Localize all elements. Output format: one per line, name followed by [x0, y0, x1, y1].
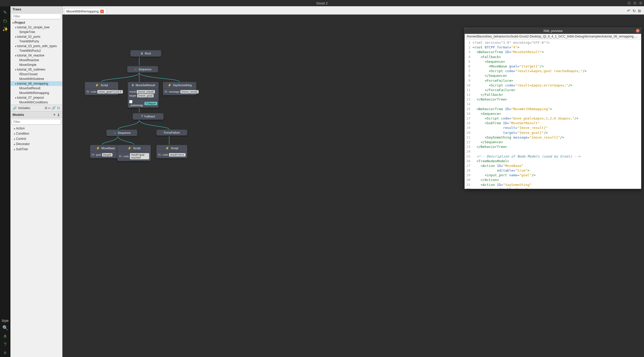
node-script-3[interactable]: ⚡Script IN: code result='error': [156, 145, 187, 158]
bolt-icon: ⚡: [168, 83, 172, 87]
xml-close-icon[interactable]: ×: [636, 29, 640, 33]
tree-leaf[interactable]: MoveSetResult: [10, 86, 62, 91]
folder-icon[interactable]: 🗀: [57, 106, 60, 110]
node-saysomething[interactable]: ⚡SaySomething IN: message {move_result}: [163, 82, 197, 95]
help-icon[interactable]: ?: [1, 341, 9, 348]
tree-folder[interactable]: tutorial_07_prepost: [10, 95, 62, 100]
includes-row: 🔗 Includes: ⧉ ∞ 🔗 🗀: [10, 105, 62, 111]
tree-leaf[interactable]: TreeWithPorts: [10, 39, 62, 44]
models-panel: Models + ⤓ ActionConditionControlDecorat…: [10, 111, 62, 357]
model-category[interactable]: Action: [10, 126, 62, 131]
node-movebase[interactable]: ⚡MoveBase IN: goal {target}: [90, 145, 121, 158]
xml-preview-titlebar[interactable]: XML preview ×: [465, 28, 641, 34]
link2-icon[interactable]: ∞: [48, 106, 50, 110]
node-script-1[interactable]: ⚡Script IN: code move_goal='1;2;0.5': [85, 82, 118, 95]
tree-leaf[interactable]: MoveWithSubtree: [10, 77, 62, 81]
link-icon: 🔗: [12, 106, 17, 110]
tree-glyph-icon: ⋔: [141, 52, 143, 55]
app-title: Groot 2: [316, 1, 327, 5]
project-tree[interactable]: Project tutorial_01_simple_treeSimpleTre…: [10, 20, 62, 105]
tool-rail: ✎ 🗀 ✨ Style 🔍 ⋔ ? ≡: [0, 6, 10, 357]
node-sequence-2[interactable]: →Sequence: [106, 129, 137, 136]
tab-active[interactable]: MoveWithRemapping ×: [64, 8, 106, 14]
model-category[interactable]: SubTree: [10, 147, 62, 152]
tree-leaf[interactable]: MoveWithConditions: [10, 100, 62, 105]
bolt-icon: ⚡: [95, 83, 99, 87]
main-area: MoveWithRemapping × ↶ ↻ ⧉: [62, 6, 644, 357]
collapse-button[interactable]: Collapse: [144, 102, 157, 105]
bolt-icon: ⚡: [96, 146, 100, 150]
question-icon: ?: [141, 115, 143, 118]
trees-filter-input[interactable]: [11, 14, 61, 19]
tab-label: MoveWithRemapping: [66, 9, 99, 13]
xml-file-path: /home/dfaconti/ws_behavior/src/build-Gro…: [465, 34, 641, 39]
left-panel: Trees Project tutorial_01_simple_treeSim…: [10, 6, 62, 357]
add-icon[interactable]: +: [53, 112, 55, 117]
tree-folder[interactable]: tutorial_04_reactive: [10, 53, 62, 58]
tree-leaf[interactable]: MoveWithRemapping: [10, 91, 62, 95]
style-label[interactable]: Style: [2, 319, 9, 323]
tree-folder[interactable]: tutorial_01_simple_tree: [10, 25, 62, 30]
graph-canvas[interactable]: ⋔Root →Sequence ⚡Script IN: code move_go…: [62, 15, 644, 357]
tree-leaf[interactable]: SimpleTree: [10, 30, 62, 34]
models-filter-input[interactable]: [11, 119, 61, 125]
models-header: Models + ⤓: [10, 111, 62, 118]
maximize-icon[interactable]: □: [633, 1, 637, 5]
tree-root[interactable]: Project: [10, 20, 62, 25]
tree-leaf[interactable]: IfDoorClosed: [10, 72, 62, 77]
node-fallback[interactable]: ?Fallback: [132, 113, 164, 120]
node-root[interactable]: ⋔Root: [130, 50, 161, 57]
tree-leaf[interactable]: TreeWithPorts2: [10, 48, 62, 53]
xml-code-view[interactable]: 1<?xml version="1.0" encoding="UTF-8"?>2…: [465, 39, 641, 189]
tree-folder[interactable]: tutorial_02_ports: [10, 34, 62, 39]
model-category[interactable]: Condition: [10, 131, 62, 136]
tree-folder[interactable]: tutorial_03_ports_with_types: [10, 44, 62, 48]
link3-icon[interactable]: 🔗: [52, 106, 56, 110]
minimize-icon[interactable]: −: [627, 1, 631, 5]
arrow-right-icon: →: [134, 67, 137, 71]
tree-folder[interactable]: tutorial_05_subtrees: [10, 67, 62, 72]
subtree-icon: ⋔: [131, 83, 134, 87]
xml-preview-panel[interactable]: XML preview × /home/dfaconti/ws_behavior…: [464, 28, 641, 189]
tree-leaf[interactable]: MoveSimple: [10, 62, 62, 67]
node-sequence-1[interactable]: →Sequence: [127, 66, 158, 73]
node-movesetresult[interactable]: ⋔MoveSetResult result {move_result} targ…: [128, 82, 159, 108]
bolt-icon: ⚡: [165, 146, 169, 150]
trees-header: Trees: [10, 6, 62, 12]
download-icon[interactable]: ⤓: [57, 112, 60, 117]
tree-icon[interactable]: ⋔: [1, 333, 9, 340]
model-category[interactable]: Decorator: [10, 141, 62, 147]
settings-icon[interactable]: ≡: [1, 349, 9, 356]
node-forcefailure[interactable]: ForceFailure: [156, 129, 187, 136]
external-link-icon[interactable]: ⧉: [45, 106, 47, 110]
tree-leaf[interactable]: MoveReactive: [10, 58, 62, 62]
redo-icon[interactable]: ↻: [633, 9, 636, 13]
search-icon[interactable]: 🔍: [1, 324, 9, 331]
node-script-2[interactable]: ⚡Script IN: code result='goal reached': [117, 145, 151, 161]
layout-icon[interactable]: ⧉: [638, 9, 641, 13]
wand-icon[interactable]: ✨: [1, 26, 9, 33]
tab-close-icon[interactable]: ×: [100, 10, 104, 13]
undo-icon[interactable]: ↶: [627, 9, 630, 13]
model-category[interactable]: Control: [10, 136, 62, 141]
arrow-right-icon: →: [113, 131, 116, 135]
close-icon[interactable]: ×: [639, 1, 642, 5]
tab-bar: MoveWithRemapping × ↶ ↻ ⧉: [62, 6, 644, 15]
includes-label: Includes:: [18, 106, 31, 110]
edit-icon[interactable]: ✎: [1, 9, 9, 16]
bolt-icon: ⚡: [128, 146, 131, 150]
tree-folder[interactable]: tutorial_06_remapping: [10, 81, 62, 86]
window-titlebar: Groot 2 − □ ×: [0, 0, 644, 6]
folder-open-icon[interactable]: 🗀: [1, 17, 9, 24]
autoremap-checkbox[interactable]: [129, 100, 132, 103]
